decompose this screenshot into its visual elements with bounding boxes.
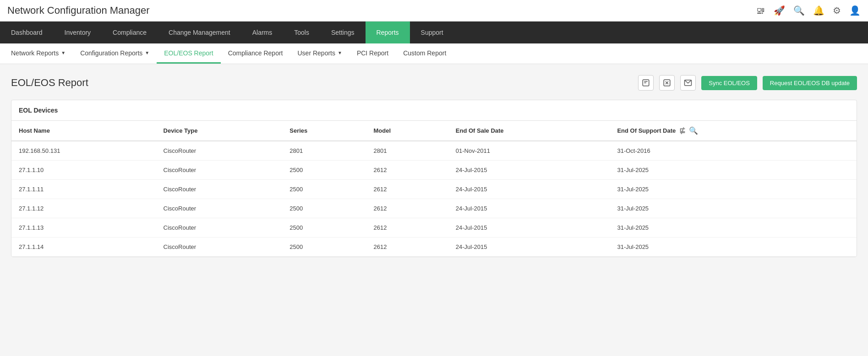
- nav-item-compliance[interactable]: Compliance: [102, 22, 158, 43]
- cell-device-type: CiscoRouter: [156, 218, 283, 237]
- sub-nav-pci-label: PCI Report: [357, 49, 388, 57]
- table-row: 192.168.50.131 CiscoRouter 2801 2801 01-…: [11, 141, 857, 161]
- header-icons: 🖳 🚀 🔍 🔔 ⚙ 👤: [756, 5, 861, 16]
- app-title: Network Configuration Manager: [7, 5, 150, 16]
- search-icon[interactable]: 🔍: [793, 5, 805, 16]
- nav-item-support[interactable]: Support: [410, 22, 454, 43]
- nav-item-change-management[interactable]: Change Management: [158, 22, 241, 43]
- sub-nav-custom-report[interactable]: Custom Report: [396, 43, 453, 64]
- table-row: 27.1.1.11 CiscoRouter 2500 2612 24-Jul-2…: [11, 180, 857, 199]
- sub-nav-custom-label: Custom Report: [403, 49, 446, 57]
- col-header-end-of-support: End Of Support Date ⋢ 🔍: [610, 121, 857, 140]
- cell-hostname: 27.1.1.14: [11, 237, 156, 257]
- eol-devices-table-section: EOL Devices Host Name Device Type Series…: [11, 100, 857, 257]
- cell-model: 2612: [366, 218, 448, 237]
- cell-hostname: 27.1.1.13: [11, 218, 156, 237]
- sub-nav-user-reports-label: User Reports: [298, 49, 335, 57]
- cell-hostname: 27.1.1.10: [11, 161, 156, 180]
- sub-nav-network-reports-label: Network Reports: [11, 49, 59, 57]
- cell-device-type: CiscoRouter: [156, 141, 283, 161]
- cell-hostname: 192.168.50.131: [11, 141, 156, 161]
- table-row: 27.1.1.12 CiscoRouter 2500 2612 24-Jul-2…: [11, 199, 857, 218]
- monitor-icon[interactable]: 🖳: [756, 5, 765, 16]
- col-header-end-of-sale: End Of Sale Date: [448, 121, 610, 141]
- chevron-down-icon: ▼: [145, 50, 149, 55]
- pdf-export-button[interactable]: [638, 75, 654, 91]
- cell-model: 2612: [366, 180, 448, 199]
- cell-end-of-sale: 01-Nov-2011: [448, 141, 610, 161]
- cell-end-of-support: 31-Jul-2025: [610, 180, 857, 199]
- sub-nav-eol-eos-label: EOL/EOS Report: [164, 49, 213, 57]
- report-title: EOL/EOS Report: [11, 77, 88, 89]
- cell-series: 2500: [282, 218, 366, 237]
- col-header-series: Series: [282, 121, 366, 141]
- table-controls: ⋢ 🔍: [679, 126, 698, 135]
- bell-icon[interactable]: 🔔: [813, 5, 824, 16]
- col-header-device-type: Device Type: [156, 121, 283, 141]
- cell-model: 2801: [366, 141, 448, 161]
- table-row: 27.1.1.10 CiscoRouter 2500 2612 24-Jul-2…: [11, 161, 857, 180]
- nav-item-tools[interactable]: Tools: [283, 22, 320, 43]
- cell-model: 2612: [366, 161, 448, 180]
- cell-device-type: CiscoRouter: [156, 161, 283, 180]
- nav-item-alarms[interactable]: Alarms: [241, 22, 284, 43]
- cell-hostname: 27.1.1.11: [11, 180, 156, 199]
- sub-nav-pci-report[interactable]: PCI Report: [349, 43, 396, 64]
- cell-series: 2801: [282, 141, 366, 161]
- sub-nav-compliance-report[interactable]: Compliance Report: [221, 43, 290, 64]
- cell-device-type: CiscoRouter: [156, 199, 283, 218]
- cell-end-of-sale: 24-Jul-2015: [448, 237, 610, 257]
- nav-item-inventory[interactable]: Inventory: [54, 22, 102, 43]
- cell-end-of-sale: 24-Jul-2015: [448, 218, 610, 237]
- sub-nav-eol-eos-report[interactable]: EOL/EOS Report: [157, 43, 220, 64]
- sub-nav-network-reports[interactable]: Network Reports ▼: [4, 43, 73, 64]
- nav-item-dashboard[interactable]: Dashboard: [0, 22, 54, 43]
- sub-nav: Network Reports ▼ Configuration Reports …: [0, 43, 868, 64]
- sync-eol-eos-button[interactable]: Sync EOL/EOS: [701, 76, 757, 90]
- section-title: EOL Devices: [11, 100, 857, 121]
- cell-series: 2500: [282, 237, 366, 257]
- chevron-down-icon: ▼: [61, 50, 66, 55]
- cell-series: 2500: [282, 180, 366, 199]
- cell-end-of-support: 31-Jul-2025: [610, 161, 857, 180]
- cell-end-of-sale: 24-Jul-2015: [448, 199, 610, 218]
- email-button[interactable]: [680, 75, 696, 91]
- cell-end-of-support: 31-Oct-2016: [610, 141, 857, 161]
- cell-series: 2500: [282, 161, 366, 180]
- user-icon[interactable]: 👤: [849, 5, 861, 16]
- excel-export-button[interactable]: [659, 75, 675, 91]
- report-header: EOL/EOS Report Sync EOL/EOS: [11, 75, 857, 91]
- cell-end-of-sale: 24-Jul-2015: [448, 180, 610, 199]
- table-row: 27.1.1.14 CiscoRouter 2500 2612 24-Jul-2…: [11, 237, 857, 257]
- cell-end-of-sale: 24-Jul-2015: [448, 161, 610, 180]
- sub-nav-compliance-label: Compliance Report: [228, 49, 283, 57]
- nav-item-settings[interactable]: Settings: [320, 22, 366, 43]
- cell-end-of-support: 31-Jul-2025: [610, 199, 857, 218]
- request-update-button[interactable]: Request EOL/EOS DB update: [763, 76, 857, 90]
- cell-device-type: CiscoRouter: [156, 180, 283, 199]
- cell-device-type: CiscoRouter: [156, 237, 283, 257]
- nav-item-reports[interactable]: Reports: [366, 22, 410, 43]
- gear-icon[interactable]: ⚙: [833, 5, 841, 16]
- rocket-icon[interactable]: 🚀: [774, 5, 785, 16]
- cell-series: 2500: [282, 199, 366, 218]
- table-row: 27.1.1.13 CiscoRouter 2500 2612 24-Jul-2…: [11, 218, 857, 237]
- cell-hostname: 27.1.1.12: [11, 199, 156, 218]
- table-search-icon[interactable]: 🔍: [689, 126, 698, 135]
- app-header: Network Configuration Manager 🖳 🚀 🔍 🔔 ⚙ …: [0, 0, 868, 22]
- sub-nav-configuration-reports[interactable]: Configuration Reports ▼: [73, 43, 157, 64]
- col-header-hostname: Host Name: [11, 121, 156, 141]
- sub-nav-configuration-reports-label: Configuration Reports: [80, 49, 142, 57]
- report-actions: Sync EOL/EOS Request EOL/EOS DB update: [638, 75, 857, 91]
- cell-model: 2612: [366, 237, 448, 257]
- column-chooser-icon[interactable]: ⋢: [679, 126, 685, 135]
- eol-devices-table: Host Name Device Type Series Model End O…: [11, 121, 857, 257]
- content-area: EOL/EOS Report Sync EOL/EOS: [0, 64, 868, 356]
- chevron-down-icon: ▼: [338, 50, 342, 55]
- cell-end-of-support: 31-Jul-2025: [610, 237, 857, 257]
- cell-model: 2612: [366, 199, 448, 218]
- sub-nav-user-reports[interactable]: User Reports ▼: [290, 43, 349, 64]
- main-nav: Dashboard Inventory Compliance Change Ma…: [0, 22, 868, 43]
- cell-end-of-support: 31-Jul-2025: [610, 218, 857, 237]
- col-header-model: Model: [366, 121, 448, 141]
